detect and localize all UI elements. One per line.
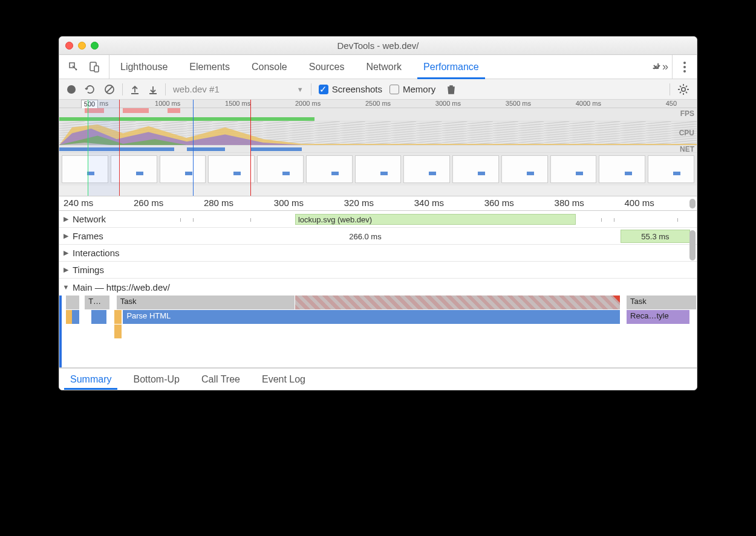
disclosure-icon: ▶ [62, 249, 70, 257]
inspect-icon[interactable] [68, 61, 80, 73]
screenshot-thumb [257, 155, 304, 183]
screenshot-thumb [208, 155, 255, 183]
track-timings[interactable]: ▶ Timings [59, 262, 697, 279]
task-block[interactable] [72, 295, 80, 310]
long-task-warning-icon [613, 295, 620, 303]
tab-event-log[interactable]: Event Log [251, 369, 316, 390]
marker-blue [193, 100, 194, 196]
tab-network[interactable]: Network [355, 55, 412, 79]
screenshot-thumb [648, 155, 694, 183]
flamechart-pane[interactable]: 240 ms 260 ms 280 ms 300 ms 320 ms 340 m… [59, 196, 697, 368]
overview-selection[interactable] [88, 100, 120, 196]
flame-block[interactable] [114, 310, 122, 325]
screenshot-thumb [355, 155, 402, 183]
recording-selector[interactable]: web.dev #1 ▼ [173, 84, 304, 94]
clear-icon[interactable] [104, 84, 115, 95]
task-block[interactable]: Task [627, 295, 697, 310]
tab-sources[interactable]: Sources [298, 55, 356, 79]
collect-garbage-icon[interactable] [446, 84, 456, 95]
track-label: Main — https://web.dev/ [73, 282, 170, 292]
kebab-menu-icon[interactable] [673, 55, 697, 79]
track-label: Frames [73, 231, 103, 241]
window-title: DevTools - web.dev/ [59, 40, 697, 51]
device-toggle-icon[interactable] [88, 61, 100, 73]
disclosure-icon: ▶ [62, 215, 70, 223]
scrollbar-thumb[interactable] [689, 199, 696, 208]
svg-rect-1 [94, 66, 99, 72]
task-block[interactable]: T… [85, 295, 110, 310]
details-tab-strip: Summary Bottom-Up Call Tree Event Log [59, 368, 697, 390]
flame-block[interactable] [72, 310, 80, 325]
disclosure-icon: ▶ [62, 232, 70, 240]
checkbox-unchecked-icon [389, 85, 399, 94]
tab-elements[interactable]: Elements [178, 55, 241, 79]
save-profile-icon[interactable] [148, 84, 158, 95]
screenshot-thumb [550, 155, 597, 183]
frame-bar[interactable]: 266.0 ms [117, 230, 614, 243]
settings-icon[interactable] [677, 83, 689, 95]
dropdown-icon: ▼ [297, 86, 304, 93]
network-request-bar[interactable]: lockup.svg (web.dev) [295, 214, 576, 225]
tab-bottom-up[interactable]: Bottom-Up [122, 369, 190, 390]
track-frames[interactable]: ▶ Frames 266.0 ms 55.3 ms [59, 228, 697, 245]
screenshot-thumb [599, 155, 645, 183]
tab-summary[interactable]: Summary [59, 369, 122, 390]
tab-performance[interactable]: Performance [412, 55, 490, 79]
detail-ruler: 240 ms 260 ms 280 ms 300 ms 320 ms 340 m… [59, 196, 697, 211]
titlebar: DevTools - web.dev/ [59, 37, 697, 55]
task-long-block[interactable] [295, 295, 621, 310]
overview-fps: FPS [59, 108, 697, 121]
track-interactions[interactable]: ▶ Interactions [59, 245, 697, 262]
screenshot-thumb [501, 155, 548, 183]
memory-checkbox[interactable]: Memory [389, 84, 435, 94]
overview-ruler: 500 ms 1000 ms 1500 ms 2000 ms 2500 ms 3… [59, 100, 697, 108]
reload-record-icon[interactable] [85, 84, 96, 95]
screenshot-thumb [160, 155, 206, 183]
checkbox-checked-icon: ✓ [319, 85, 328, 94]
tab-lighthouse[interactable]: Lighthouse [109, 55, 178, 79]
screenshot-thumb [403, 155, 450, 183]
track-label: Interactions [73, 248, 120, 258]
record-icon[interactable] [67, 85, 76, 94]
overview-pane[interactable]: 500 ms 1000 ms 1500 ms 2000 ms 2500 ms 3… [59, 100, 697, 196]
tab-call-tree[interactable]: Call Tree [191, 369, 251, 390]
recording-name: web.dev #1 [173, 84, 220, 94]
tabs-overflow-icon[interactable]: » [648, 55, 672, 79]
parse-html-block[interactable]: Parse HTML [123, 310, 620, 325]
performance-toolbar: web.dev #1 ▼ ✓ Screenshots Memory [59, 79, 697, 100]
memory-label: Memory [403, 84, 435, 94]
frame-bar[interactable]: 55.3 ms [621, 230, 691, 243]
screenshots-label: Screenshots [332, 84, 382, 94]
task-block[interactable]: Task [117, 295, 295, 310]
track-label: Timings [73, 265, 104, 275]
svg-point-3 [683, 66, 686, 68]
svg-point-4 [683, 70, 686, 73]
flame-block[interactable] [91, 310, 107, 325]
panel-tabs: Lighthouse Elements Console Sources Netw… [109, 55, 648, 79]
marker-red [250, 100, 251, 196]
disclosure-icon: ▶ [62, 266, 70, 274]
disclosure-icon: ▼ [62, 283, 70, 291]
flame-block[interactable] [114, 325, 122, 339]
overview-net: NET [59, 146, 697, 153]
svg-line-7 [106, 86, 112, 92]
screenshot-thumb [306, 155, 353, 183]
screenshots-checkbox[interactable]: ✓ Screenshots [319, 84, 382, 94]
devtools-window: DevTools - web.dev/ Lighthouse Elements … [59, 36, 697, 390]
track-network[interactable]: ▶ Network lockup.svg (web.dev) [59, 211, 697, 228]
svg-point-10 [682, 87, 685, 91]
panel-tab-strip: Lighthouse Elements Console Sources Netw… [59, 55, 697, 79]
tab-console[interactable]: Console [241, 55, 298, 79]
track-label: Network [73, 214, 106, 224]
load-profile-icon[interactable] [130, 84, 140, 95]
svg-point-2 [683, 62, 686, 64]
track-main-header[interactable]: ▼ Main — https://web.dev/ [59, 279, 697, 295]
screenshot-thumb [452, 155, 499, 183]
svg-point-5 [67, 85, 76, 94]
overview-screenshots [59, 153, 697, 186]
recalculate-style-block[interactable]: Reca…tyle [627, 310, 690, 325]
overview-cpu: CPU [59, 121, 697, 146]
main-flamechart[interactable]: T… Task Task Parse HTML Reca…tyle [59, 295, 697, 368]
